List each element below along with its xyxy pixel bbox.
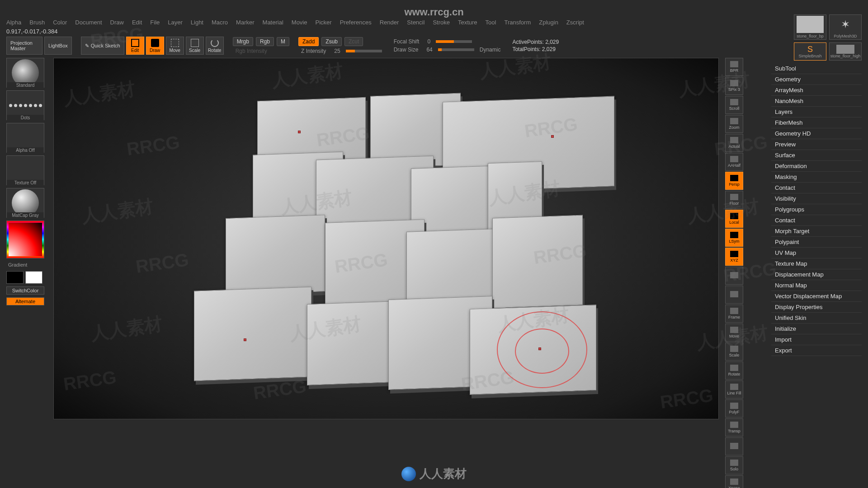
brush-thumb-2[interactable]: stone_floor_high <box>829 42 862 61</box>
right-tool-persp[interactable]: Persp <box>725 172 743 190</box>
tool-panel-masking[interactable]: Masking <box>771 172 862 183</box>
right-tool-transp[interactable]: Transp <box>725 418 743 436</box>
tool-panel-preview[interactable]: Preview <box>771 139 862 150</box>
brush-selector[interactable]: Standard <box>6 58 44 88</box>
right-tool-actual[interactable]: Actual <box>725 134 743 152</box>
gradient-label[interactable]: Gradient <box>6 261 47 268</box>
tool-thumb-1[interactable]: stone_floor_bp <box>794 14 826 40</box>
draw-button[interactable]: Draw <box>146 37 164 55</box>
menu-texture[interactable]: Texture <box>458 19 477 26</box>
menu-edit[interactable]: Edit <box>132 19 142 26</box>
tool-panel-texture-map[interactable]: Texture Map <box>771 258 862 269</box>
tool-panel-surface[interactable]: Surface <box>771 150 862 161</box>
menu-light[interactable]: Light <box>191 19 203 26</box>
menu-stroke[interactable]: Stroke <box>433 19 450 26</box>
menu-zplugin[interactable]: Zplugin <box>539 19 558 26</box>
m-button[interactable]: M <box>277 37 289 46</box>
menu-layer[interactable]: Layer <box>168 19 183 26</box>
zcut-button[interactable]: Zcut <box>344 37 363 46</box>
menu-file[interactable]: File <box>150 19 160 26</box>
focal-shift-slider[interactable] <box>436 40 472 43</box>
tool-panel-contact[interactable]: Contact <box>771 183 862 193</box>
tool-panel-displacement-map[interactable]: Displacement Map <box>771 269 862 280</box>
rotate-button[interactable]: Rotate <box>206 37 224 55</box>
brush-thumb-1[interactable]: SSimpleBrush <box>794 42 826 61</box>
tool-panel-polygroups[interactable]: Polygroups <box>771 204 862 215</box>
menu-picker[interactable]: Picker <box>316 19 332 26</box>
menu-brush[interactable]: Brush <box>29 19 45 26</box>
move-button[interactable]: Move <box>166 37 184 55</box>
right-tool-local[interactable]: Local <box>725 210 743 228</box>
right-tool-spix-3[interactable]: SPix 3 <box>725 77 743 95</box>
zadd-button[interactable]: Zadd <box>298 37 319 46</box>
right-tool-zoom[interactable]: Zoom <box>725 115 743 133</box>
menu-alpha[interactable]: Alpha <box>6 19 21 26</box>
tool-panel-contact[interactable]: Contact <box>771 215 862 226</box>
right-tool-slot20[interactable] <box>725 437 743 455</box>
menu-macro[interactable]: Macro <box>212 19 228 26</box>
tool-panel-polypaint[interactable]: Polypaint <box>771 237 862 248</box>
menu-render[interactable]: Render <box>380 19 399 26</box>
tool-panel-layers[interactable]: Layers <box>771 107 862 117</box>
alpha-selector[interactable]: Alpha Off <box>6 123 44 153</box>
menu-movie[interactable]: Movie <box>292 19 307 26</box>
right-tool-slot11[interactable] <box>725 267 743 285</box>
menu-draw[interactable]: Draw <box>110 19 124 26</box>
texture-selector[interactable]: Texture Off <box>6 155 44 185</box>
right-tool-lsym[interactable]: LSym <box>725 229 743 247</box>
menu-transform[interactable]: Transform <box>504 19 531 26</box>
tool-panel-export[interactable]: Export <box>771 345 862 356</box>
right-tool-bpr[interactable]: BPR <box>725 58 743 76</box>
tool-panel-geometry[interactable]: Geometry <box>771 74 862 85</box>
right-tool-xyz[interactable]: XYZ <box>725 248 743 266</box>
projection-master-button[interactable]: Projection Master <box>6 37 42 55</box>
right-tool-scale[interactable]: Scale <box>725 343 743 361</box>
tool-panel-arraymesh[interactable]: ArrayMesh <box>771 85 862 96</box>
menu-stencil[interactable]: Stencil <box>407 19 425 26</box>
material-selector[interactable]: MatCap Gray <box>6 188 44 218</box>
menu-zscript[interactable]: Zscript <box>566 19 584 26</box>
tool-panel-uv-map[interactable]: UV Map <box>771 248 862 258</box>
right-tool-xpose[interactable]: Xpose <box>725 475 743 488</box>
viewport[interactable] <box>53 58 719 419</box>
tool-panel-initialize[interactable]: Initialize <box>771 324 862 334</box>
mrgb-button[interactable]: Mrgb <box>233 37 253 46</box>
menu-tool[interactable]: Tool <box>486 19 496 26</box>
alternate-button[interactable]: Alternate <box>6 297 44 305</box>
menu-document[interactable]: Document <box>75 19 102 26</box>
tool-panel-morph-target[interactable]: Morph Target <box>771 226 862 237</box>
menu-material[interactable]: Material <box>263 19 283 26</box>
zsub-button[interactable]: Zsub <box>321 37 342 46</box>
z-intensity-slider[interactable] <box>346 50 382 52</box>
scale-button[interactable]: Scale <box>186 37 204 55</box>
draw-size-slider[interactable] <box>438 48 474 51</box>
right-tool-frame[interactable]: Frame <box>725 305 743 323</box>
tool-panel-vector-displacement-map[interactable]: Vector Displacement Map <box>771 291 862 302</box>
tool-thumb-2[interactable]: ✶PolyMesh3D <box>829 14 862 40</box>
switch-color-button[interactable]: SwitchColor <box>6 286 44 295</box>
right-tool-line-fill[interactable]: Line Fill <box>725 380 743 399</box>
tool-panel-import[interactable]: Import <box>771 334 862 345</box>
right-tool-aahalf[interactable]: AAHalf <box>725 153 743 171</box>
tool-panel-display-properties[interactable]: Display Properties <box>771 302 862 313</box>
tool-panel-deformation[interactable]: Deformation <box>771 161 862 172</box>
right-tool-floor[interactable]: Floor <box>725 191 743 209</box>
right-tool-rotate[interactable]: Rotate <box>725 361 743 380</box>
right-tool-move[interactable]: Move <box>725 324 743 342</box>
menu-color[interactable]: Color <box>53 19 67 26</box>
right-tool-slot12[interactable] <box>725 286 743 304</box>
right-tool-polyf[interactable]: PolyF <box>725 399 743 418</box>
stroke-selector[interactable]: Dots <box>6 90 44 120</box>
tool-panel-visibility[interactable]: Visibility <box>771 193 862 204</box>
tool-panel-subtool[interactable]: SubTool <box>771 63 862 74</box>
right-tool-solo[interactable]: Solo <box>725 456 743 474</box>
main-color-swatch[interactable] <box>6 271 24 284</box>
dynamic-label[interactable]: Dynamic <box>477 47 504 53</box>
rgb-button[interactable]: Rgb <box>256 37 274 46</box>
right-tool-scroll[interactable]: Scroll <box>725 96 743 114</box>
menu-preferences[interactable]: Preferences <box>340 19 372 26</box>
secondary-color-swatch[interactable] <box>25 271 42 284</box>
color-picker[interactable] <box>6 221 44 258</box>
quick-sketch-button[interactable]: ✎Quick Sketch <box>81 37 124 55</box>
tool-panel-normal-map[interactable]: Normal Map <box>771 280 862 291</box>
